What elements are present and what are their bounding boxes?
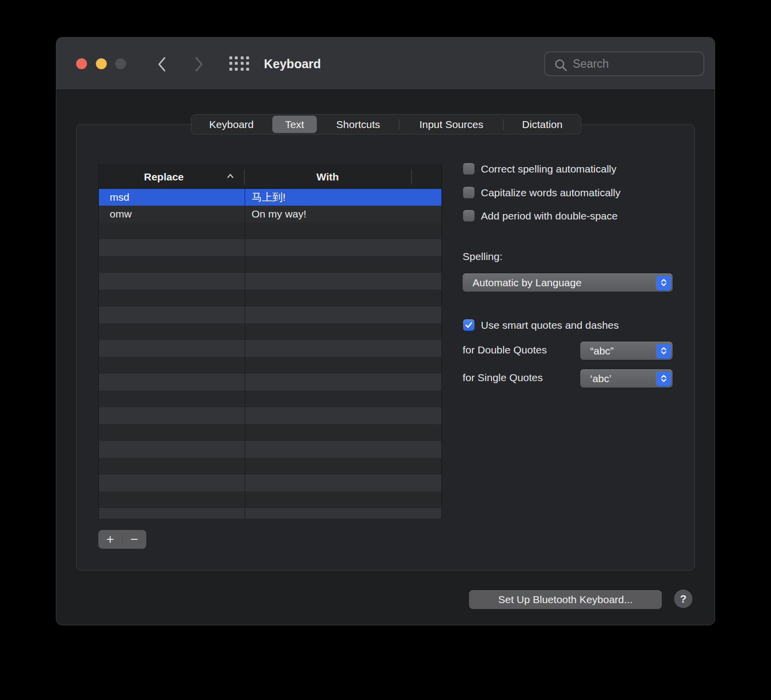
table-row-empty[interactable]	[99, 424, 441, 441]
table-row-empty[interactable]	[99, 239, 441, 256]
spelling-select[interactable]: Automatic by Language	[463, 273, 673, 292]
tab-dictation[interactable]: Dictation	[504, 115, 581, 134]
tab-bar: Keyboard Text Shortcuts Input Sources Di…	[191, 114, 581, 134]
smart-quotes-label: Use smart quotes and dashes	[481, 319, 619, 332]
column-header-replace[interactable]: Replace	[99, 165, 229, 189]
capitalize-words-label: Capitalize words automatically	[481, 186, 620, 199]
table-row-empty[interactable]	[99, 340, 441, 357]
spelling-label: Spelling:	[463, 250, 503, 263]
title-bar: Keyboard	[56, 38, 715, 90]
table-row-empty[interactable]	[99, 256, 441, 273]
table-row-empty[interactable]	[99, 357, 441, 374]
remove-replacement-button[interactable]: −	[123, 530, 146, 548]
back-icon[interactable]	[156, 56, 168, 73]
text-replacements-table: Replace With msd 马上到! omw On my way!	[98, 165, 442, 519]
replacements-rows: msd 马上到! omw On my way!	[99, 189, 441, 519]
help-button[interactable]: ?	[674, 590, 692, 608]
table-row-empty[interactable]	[99, 273, 441, 290]
search-icon	[554, 58, 568, 72]
minimize-button[interactable]	[96, 58, 107, 69]
smart-quotes-checkbox[interactable]	[463, 319, 474, 331]
search-input[interactable]	[573, 52, 696, 75]
table-row-empty[interactable]	[99, 222, 441, 239]
keyboard-preferences-window: Keyboard Keyboard Text Shortcuts Input S…	[56, 37, 715, 625]
chevron-up-down-icon	[656, 344, 671, 358]
table-row-empty[interactable]	[99, 508, 441, 519]
correct-spelling-label: Correct spelling automatically	[481, 163, 616, 175]
window-title: Keyboard	[264, 38, 321, 90]
tab-keyboard[interactable]: Keyboard	[191, 115, 272, 134]
close-button[interactable]	[76, 58, 87, 69]
show-all-grid-icon[interactable]	[229, 56, 249, 70]
table-row-empty[interactable]	[99, 391, 441, 407]
capitalize-words-checkbox[interactable]	[463, 187, 474, 198]
header-separator	[411, 170, 412, 184]
tab-shortcuts[interactable]: Shortcuts	[317, 115, 399, 134]
double-quotes-label: for Double Quotes	[463, 344, 547, 356]
table-row-empty[interactable]	[99, 374, 441, 391]
tab-text[interactable]: Text	[272, 115, 318, 134]
sort-ascending-icon	[226, 173, 234, 179]
add-period-checkbox[interactable]	[463, 210, 474, 221]
single-quotes-select[interactable]: ‘abc’	[580, 369, 673, 388]
column-header-with[interactable]: With	[244, 165, 412, 189]
search-field[interactable]	[544, 51, 704, 76]
double-quotes-select[interactable]: “abc”	[580, 342, 673, 360]
add-replacement-button[interactable]: +	[98, 530, 122, 548]
chevron-up-down-icon	[656, 275, 671, 290]
forward-icon	[193, 56, 205, 73]
table-row-empty[interactable]	[99, 323, 441, 340]
add-period-label: Add period with double-space	[481, 210, 618, 222]
table-row-empty[interactable]	[99, 458, 441, 475]
table-row-msd[interactable]: msd 马上到!	[99, 189, 441, 206]
zoom-button	[115, 58, 126, 69]
table-row-empty[interactable]	[99, 441, 441, 458]
tab-input-sources[interactable]: Input Sources	[399, 115, 503, 134]
table-row-empty[interactable]	[99, 306, 441, 323]
column-divider[interactable]	[245, 189, 245, 519]
checkmark-icon	[464, 320, 473, 330]
list-edit-buttons: + −	[98, 530, 146, 549]
table-row-empty[interactable]	[99, 491, 441, 508]
setup-bluetooth-keyboard-button[interactable]: Set Up Bluetooth Keyboard...	[469, 590, 662, 609]
table-header: Replace With	[99, 165, 441, 189]
table-row-empty[interactable]	[99, 290, 441, 306]
correct-spelling-checkbox[interactable]	[463, 163, 474, 175]
chevron-up-down-icon	[656, 371, 671, 386]
table-row-empty[interactable]	[99, 407, 441, 424]
single-quotes-label: for Single Quotes	[463, 371, 543, 384]
table-row-empty[interactable]	[99, 475, 441, 491]
table-row-omw[interactable]: omw On my way!	[99, 206, 441, 222]
